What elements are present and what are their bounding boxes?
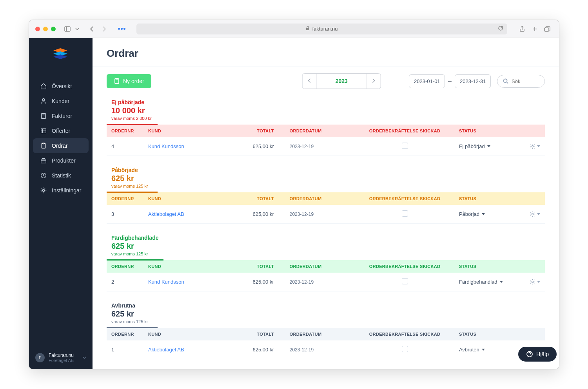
new-tab-icon[interactable]: [529, 24, 540, 34]
col-orderdatum[interactable]: ORDERDATUM: [279, 192, 355, 205]
cell-confirm: [355, 137, 454, 156]
col-totalt[interactable]: TOTALT: [229, 260, 278, 273]
date-to-input[interactable]: [455, 74, 491, 88]
col-ordernr[interactable]: ORDERNR: [107, 260, 143, 273]
svg-rect-2: [306, 28, 309, 30]
section-fardigbehandlade: Färdigbehandlade 625 kr varav moms 125 k…: [107, 231, 545, 291]
col-confirm[interactable]: ORDERBEKRÄFTELSE SKICKAD: [355, 260, 454, 273]
caret-down-icon: [537, 213, 540, 215]
sidebar-item-statistik[interactable]: Statistik: [33, 168, 89, 183]
svg-rect-14: [41, 159, 46, 163]
col-totalt[interactable]: TOTALT: [229, 125, 278, 137]
col-orderdatum[interactable]: ORDERDATUM: [279, 125, 355, 137]
search-input[interactable]: [512, 78, 539, 84]
section-amount: 10 000 kr: [111, 106, 153, 115]
toolbar: Ny order 2023 –: [93, 67, 559, 88]
table-row[interactable]: 1 Aktiebolaget AB 625,00 kr 2023-12-19 A…: [107, 340, 545, 359]
sidebar-item-ordrar[interactable]: Ordrar: [33, 138, 89, 153]
sidebar-footer[interactable]: F Fakturan.nu Företaget AB: [29, 346, 93, 369]
row-actions-button[interactable]: [526, 279, 540, 285]
chevron-down-icon[interactable]: [74, 24, 80, 34]
url-text: fakturan.nu: [312, 26, 338, 32]
maximize-window-button[interactable]: [51, 27, 56, 31]
back-button[interactable]: [86, 24, 97, 34]
help-fab-button[interactable]: Hjälp: [518, 347, 557, 362]
forward-button[interactable]: [99, 24, 110, 34]
year-next-button[interactable]: [367, 74, 381, 89]
page-title: Ordrar: [107, 47, 545, 60]
table-row[interactable]: 3 Aktiebolaget AB 625,00 kr 2023-12-19 P…: [107, 205, 545, 224]
col-orderdatum[interactable]: ORDERDATUM: [279, 328, 355, 340]
sidebar-item-fakturor[interactable]: Fakturor: [33, 109, 89, 123]
confirm-checkbox[interactable]: [402, 210, 408, 217]
status-dropdown[interactable]: Påbörjad: [459, 211, 517, 217]
col-confirm[interactable]: ORDERBEKRÄFTELSE SKICKAD: [355, 192, 454, 205]
cell-ordernr: 3: [107, 205, 143, 224]
status-dropdown[interactable]: Färdigbehandlad: [459, 279, 517, 285]
col-status[interactable]: STATUS: [454, 192, 522, 205]
svg-rect-9: [41, 129, 46, 133]
search-box[interactable]: [497, 75, 545, 88]
col-kund[interactable]: KUND: [143, 192, 229, 205]
reload-icon[interactable]: [498, 25, 503, 32]
url-bar[interactable]: fakturan.nu: [136, 24, 507, 34]
col-actions: [522, 192, 545, 205]
col-kund[interactable]: KUND: [143, 260, 229, 273]
minimize-window-button[interactable]: [43, 27, 48, 31]
table-row[interactable]: 4 Kund Kundsson 625,00 kr 2023-12-19 Ej …: [107, 137, 545, 156]
chevron-down-icon: [82, 356, 86, 359]
table-row[interactable]: 2 Kund Kundsson 625,00 kr 2023-12-19 Fär…: [107, 273, 545, 291]
sidebar-item-offerter[interactable]: Offerter: [33, 123, 89, 138]
sidebar: Översikt Kunder Fakturor Offerter Ordrar: [29, 38, 93, 369]
caret-down-icon: [537, 145, 540, 147]
row-actions-button[interactable]: [526, 143, 540, 149]
row-actions-button[interactable]: [526, 211, 540, 217]
year-display[interactable]: 2023: [317, 74, 367, 88]
col-confirm[interactable]: ORDERBEKRÄFTELSE SKICKAD: [355, 125, 454, 137]
sidebar-item-produkter[interactable]: Produkter: [33, 153, 89, 168]
customer-link[interactable]: Aktiebolaget AB: [148, 347, 184, 353]
orders-table: ORDERNR KUND TOTALT ORDERDATUM ORDERBEKR…: [107, 328, 545, 359]
sidebar-item-label: Offerter: [52, 128, 70, 134]
gear-icon: [530, 211, 535, 217]
status-dropdown[interactable]: Ej påbörjad: [459, 143, 517, 149]
cell-confirm: [355, 340, 454, 359]
sidebar-item-kunder[interactable]: Kunder: [33, 94, 89, 109]
sidebar-item-oversikt[interactable]: Översikt: [33, 79, 89, 94]
customer-link[interactable]: Aktiebolaget AB: [148, 211, 184, 217]
sidebar-item-installningar[interactable]: Inställningar: [33, 183, 89, 198]
col-status[interactable]: STATUS: [454, 125, 522, 137]
col-status[interactable]: STATUS: [454, 328, 522, 340]
status-dropdown[interactable]: Avbruten: [459, 347, 517, 353]
invoice-icon: [40, 112, 47, 119]
col-status[interactable]: STATUS: [454, 260, 522, 273]
col-ordernr[interactable]: ORDERNR: [107, 328, 143, 340]
tabs-icon[interactable]: [542, 24, 553, 34]
year-prev-button[interactable]: [303, 74, 317, 89]
col-kund[interactable]: KUND: [143, 125, 229, 137]
col-kund[interactable]: KUND: [143, 328, 229, 340]
sidebar-toggle-icon[interactable]: [62, 24, 73, 34]
customer-link[interactable]: Kund Kundsson: [148, 279, 184, 285]
col-totalt[interactable]: TOTALT: [229, 328, 278, 340]
gear-icon: [40, 187, 47, 194]
new-order-button[interactable]: Ny order: [107, 74, 151, 88]
confirm-checkbox[interactable]: [402, 278, 408, 284]
confirm-checkbox[interactable]: [402, 346, 408, 352]
cell-date: 2023-12-19: [279, 340, 355, 359]
customer-link[interactable]: Kund Kundsson: [148, 143, 184, 149]
col-ordernr[interactable]: ORDERNR: [107, 192, 143, 205]
col-ordernr[interactable]: ORDERNR: [107, 125, 143, 137]
share-icon[interactable]: [517, 24, 528, 34]
confirm-checkbox[interactable]: [402, 143, 408, 149]
extensions-icon[interactable]: [116, 24, 127, 34]
close-window-button[interactable]: [35, 27, 40, 31]
col-orderdatum[interactable]: ORDERDATUM: [279, 260, 355, 273]
svg-point-16: [42, 189, 44, 191]
date-from-input[interactable]: [409, 74, 445, 88]
col-totalt[interactable]: TOTALT: [229, 192, 278, 205]
col-confirm[interactable]: ORDERBEKRÄFTELSE SKICKAD: [355, 328, 454, 340]
cell-confirm: [355, 205, 454, 224]
gear-icon: [530, 143, 535, 149]
cell-ordernr: 2: [107, 273, 143, 291]
